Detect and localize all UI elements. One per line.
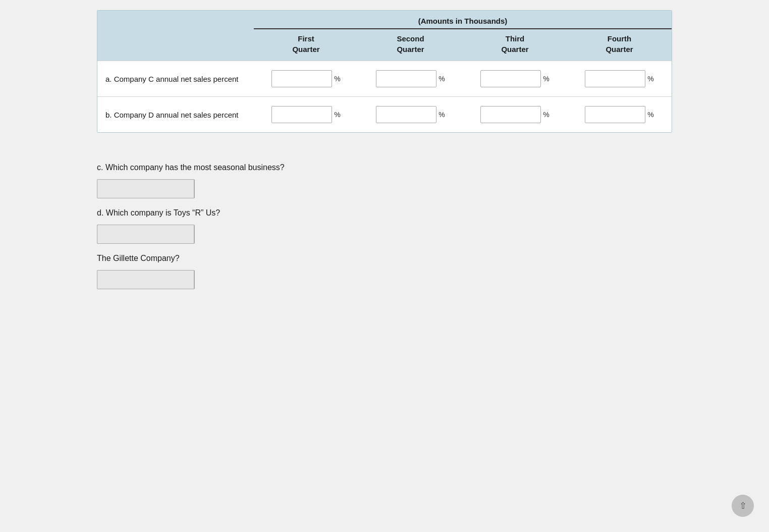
input-cell-c-q2: % xyxy=(358,70,463,87)
percent-sign-d-q3: % xyxy=(543,111,549,119)
table-header: (Amounts in Thousands) FirstQuarter Seco… xyxy=(97,11,672,61)
data-table: (Amounts in Thousands) FirstQuarter Seco… xyxy=(97,10,672,133)
input-cell-d-q3: % xyxy=(463,106,567,123)
percent-sign-d-q2: % xyxy=(438,111,445,119)
amounts-label: (Amounts in Thousands) xyxy=(254,11,672,29)
input-cell-c-q3: % xyxy=(463,70,567,87)
quarters-row: FirstQuarter SecondQuarter ThirdQuarter … xyxy=(97,29,672,61)
questions-section: c. Which company has the most seasonal b… xyxy=(97,148,672,304)
spinner-gillette-buttons: ▲ ▼ xyxy=(194,270,195,289)
input-d-q4[interactable] xyxy=(585,106,645,123)
percent-sign-c-q3: % xyxy=(543,75,549,83)
spinner-gillette: ▲ ▼ xyxy=(97,270,180,289)
header-third-quarter: ThirdQuarter xyxy=(463,33,567,55)
input-c-q3[interactable] xyxy=(480,70,541,87)
input-d-q3[interactable] xyxy=(480,106,541,123)
input-cell-d-q1: % xyxy=(254,106,358,123)
spinner-c-buttons: ▲ ▼ xyxy=(194,179,195,198)
input-c-q1[interactable] xyxy=(271,70,332,87)
row-label-company-d: b. Company D annual net sales percent xyxy=(97,111,254,119)
row-label-company-c: a. Company C annual net sales percent xyxy=(97,75,254,83)
question-c-label: c. Which company has the most seasonal b… xyxy=(97,163,672,172)
question-d-label: d. Which company is Toys “R” Us? xyxy=(97,208,672,218)
input-c-q2[interactable] xyxy=(376,70,436,87)
input-cell-d-q4: % xyxy=(567,106,672,123)
main-container: (Amounts in Thousands) FirstQuarter Seco… xyxy=(97,10,672,304)
header-first-quarter: FirstQuarter xyxy=(254,33,358,55)
input-d-q1[interactable] xyxy=(271,106,332,123)
input-cell-d-q2: % xyxy=(358,106,463,123)
spinner-d-input[interactable] xyxy=(97,225,194,244)
input-cell-c-q4: % xyxy=(567,70,672,87)
percent-sign-d-q1: % xyxy=(334,111,340,119)
header-second-quarter: SecondQuarter xyxy=(358,33,463,55)
input-d-q2[interactable] xyxy=(376,106,436,123)
question-gillette-label: The Gillette Company? xyxy=(97,254,672,263)
label-spacer xyxy=(97,33,254,55)
spinner-c: ▲ ▼ xyxy=(97,179,180,198)
input-cell-c-q1: % xyxy=(254,70,358,87)
table-row-company-d: b. Company D annual net sales percent % … xyxy=(97,96,672,132)
spinner-d-buttons: ▲ ▼ xyxy=(194,225,195,244)
table-row-company-c: a. Company C annual net sales percent % … xyxy=(97,61,672,96)
spinner-gillette-input[interactable] xyxy=(97,270,194,289)
input-c-q4[interactable] xyxy=(585,70,645,87)
percent-sign-c-q2: % xyxy=(438,75,445,83)
header-fourth-quarter: FourthQuarter xyxy=(567,33,672,55)
percent-sign-d-q4: % xyxy=(647,111,653,119)
percent-sign-c-q4: % xyxy=(647,75,653,83)
percent-sign-c-q1: % xyxy=(334,75,340,83)
spinner-d: ▲ ▼ xyxy=(97,225,180,244)
spinner-c-input[interactable] xyxy=(97,179,194,198)
